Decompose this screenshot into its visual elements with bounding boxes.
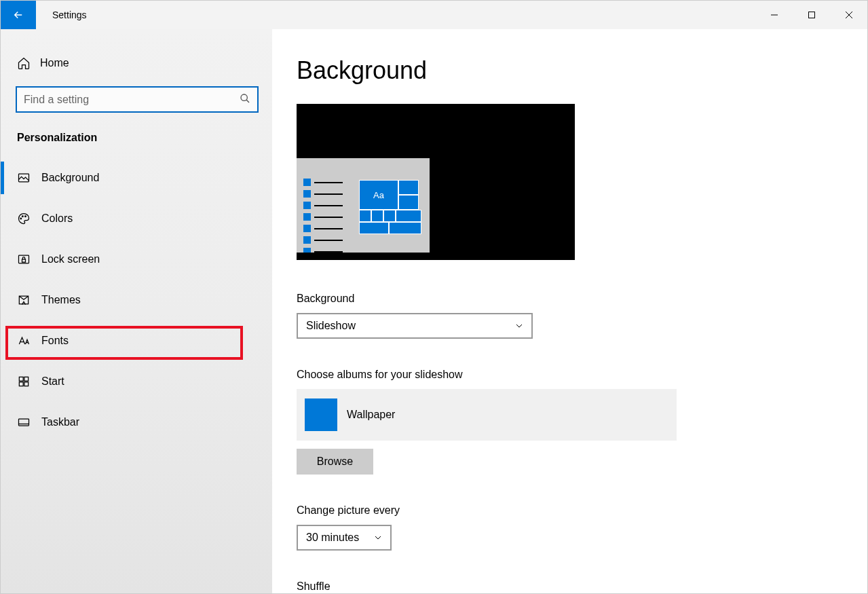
picture-icon	[17, 171, 41, 185]
section-title: Personalization	[1, 113, 272, 157]
maximize-icon	[808, 11, 816, 19]
themes-icon	[17, 293, 41, 307]
preview-tile-text: Aa	[359, 180, 398, 210]
svg-line-5	[246, 100, 249, 103]
arrow-left-icon	[12, 9, 24, 21]
album-name: Wallpaper	[347, 409, 395, 421]
choose-albums-label: Choose albums for your slideshow	[297, 369, 843, 381]
chevron-down-icon	[374, 534, 382, 542]
svg-rect-14	[24, 377, 29, 381]
background-type-label: Background	[297, 293, 843, 305]
svg-point-8	[22, 216, 24, 217]
taskbar-icon	[17, 415, 41, 429]
background-type-dropdown[interactable]: Slideshow	[297, 313, 533, 339]
change-interval-label: Change picture every	[297, 504, 843, 517]
search-input-wrapper[interactable]	[16, 86, 259, 113]
sidebar-item-label: Taskbar	[41, 416, 79, 428]
fonts-icon	[17, 334, 41, 348]
main-content: Background Aa	[272, 29, 867, 593]
svg-rect-17	[19, 419, 29, 426]
album-thumbnail	[305, 398, 337, 431]
page-title: Background	[297, 56, 843, 85]
dropdown-value: 30 minutes	[306, 532, 359, 544]
close-button[interactable]	[830, 1, 867, 29]
home-link[interactable]: Home	[1, 50, 272, 77]
svg-rect-15	[19, 382, 23, 386]
sidebar-item-label: Colors	[41, 212, 73, 225]
window-controls	[755, 1, 867, 29]
chevron-down-icon	[515, 322, 523, 330]
settings-window: Settings Home	[0, 0, 868, 594]
album-item[interactable]: Wallpaper	[297, 389, 677, 441]
sidebar-item-colors[interactable]: Colors	[1, 198, 272, 239]
sidebar-item-background[interactable]: Background	[1, 157, 272, 198]
lockscreen-icon	[17, 253, 41, 266]
preview-start-menu: Aa	[297, 158, 430, 260]
sidebar-item-label: Themes	[41, 294, 81, 306]
sidebar-item-label: Background	[41, 172, 99, 184]
search-input[interactable]	[24, 94, 240, 106]
svg-point-4	[241, 94, 247, 100]
home-icon	[17, 56, 40, 70]
sidebar-item-themes[interactable]: Themes	[1, 280, 272, 320]
svg-point-9	[25, 216, 26, 217]
back-button[interactable]	[1, 1, 36, 29]
sidebar-item-lockscreen[interactable]: Lock screen	[1, 239, 272, 280]
sidebar-item-label: Start	[41, 375, 64, 388]
dropdown-value: Slideshow	[306, 320, 356, 332]
desktop-preview: Aa	[297, 104, 575, 260]
window-title: Settings	[36, 1, 87, 29]
sidebar-item-label: Fonts	[41, 335, 69, 347]
browse-button[interactable]: Browse	[297, 449, 373, 475]
minimize-button[interactable]	[755, 1, 793, 29]
sidebar-item-label: Lock screen	[41, 253, 100, 265]
sidebar-item-taskbar[interactable]: Taskbar	[1, 402, 272, 443]
svg-rect-13	[19, 377, 23, 381]
titlebar: Settings	[1, 1, 867, 29]
sidebar: Home Personalization Background	[1, 29, 272, 593]
sidebar-item-start[interactable]: Start	[1, 361, 272, 402]
svg-rect-11	[22, 259, 26, 262]
change-interval-dropdown[interactable]: 30 minutes	[297, 525, 392, 551]
shuffle-label: Shuffle	[297, 580, 843, 593]
svg-rect-16	[24, 382, 29, 386]
search-icon	[240, 93, 250, 107]
svg-rect-1	[808, 12, 814, 18]
svg-point-7	[20, 218, 22, 219]
sidebar-item-fonts[interactable]: Fonts	[1, 320, 272, 361]
maximize-button[interactable]	[793, 1, 830, 29]
start-icon	[17, 375, 41, 388]
home-label: Home	[40, 57, 69, 69]
minimize-icon	[770, 11, 778, 19]
close-icon	[845, 11, 853, 19]
palette-icon	[17, 212, 41, 225]
